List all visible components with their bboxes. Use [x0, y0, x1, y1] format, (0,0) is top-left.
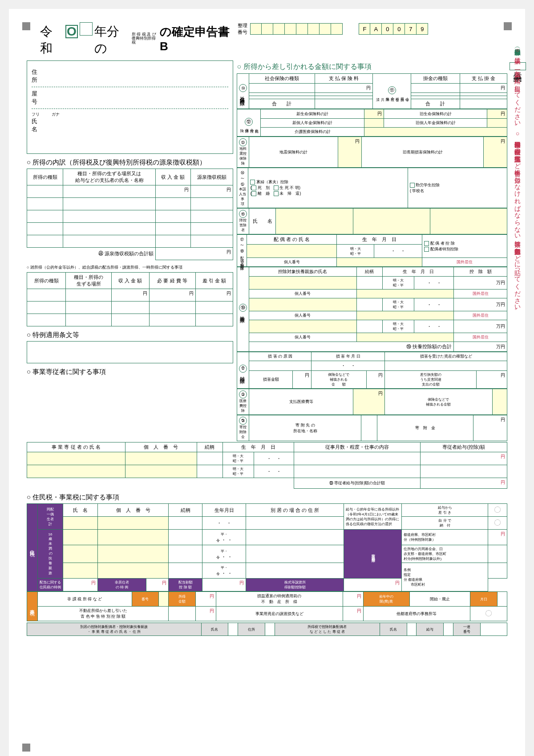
- r17-table[interactable]: ⑰ 〜 ⑱配 偶 者（特別）控除 配 偶 者 の 氏 名生 年 月 日 配 偶 …: [237, 234, 507, 267]
- family-employee-table[interactable]: 事 業 専 従 者 の 氏 名個 人 番 号続柄生 年 月 日従事月数・程度・仕…: [27, 442, 507, 489]
- misc-income-table[interactable]: 所得の種類種目・所得の 生ずる場所収 入 金 額必 要 経 費 等差 引 金 額…: [27, 272, 233, 326]
- business-tax-table[interactable]: 事業税 非 課 税 所 得 な ど番号 所得 金額円 損益通算の特例適用前の 不…: [27, 591, 507, 621]
- sec4-heading: ○ 事業専従者に関する事項: [27, 368, 233, 376]
- r22-table[interactable]: ㉒雑損控除 損 害 の 原 因損 害 年 月 日損害を受けた資産の種類など ・ …: [237, 352, 507, 389]
- sec3-heading: ○ 特例適用条文等: [27, 331, 233, 339]
- r14-table[interactable]: ⑭ 〜 ⑮本該 人当 事 項 寡婦（寡夫）控除 ( 死 別 生 死 不 明) (…: [237, 168, 507, 208]
- form-id-boxes: FA0079: [359, 23, 428, 35]
- side-note: （令和元年分以降用） ○第二表は、第一表と一緒に提出してください。○国民年金保険…: [513, 44, 522, 734]
- r19-table[interactable]: ⑲扶養控除 控除対象扶養親族の氏名続柄生 年 月 日控 除 額 明・大 昭・平・…: [237, 267, 507, 352]
- address-block[interactable]: 住 所 屋 号 フリ ガナ氏 名: [27, 60, 233, 154]
- sec5-heading: ○ 住民税・事業税に関する事項: [27, 493, 507, 502]
- residence-tax-table[interactable]: 住民税 同配 一偶 生者 計 氏 名個 人 番 号続柄生年月日別 居 の 場 合…: [27, 503, 507, 591]
- special-provisions[interactable]: [27, 341, 233, 363]
- sec2-heading: ○ 雑所得（公的年金等以外）、総合課税の配当所得・譲渡所得、一時所得に関する事項: [27, 265, 233, 270]
- deductions-heading: ○ 所得から差し引かれる金額に関する事項: [237, 62, 507, 72]
- sec1-heading: ○ 所得の内訳（所得税及び復興特別所得税の源泉徴収税額）: [27, 158, 233, 167]
- seiri-label: 整理 番号: [238, 22, 247, 36]
- r24-table[interactable]: ㉔寄控 附除 金 寄 附 先 の 所在地・名称寄 附 金円: [237, 415, 507, 441]
- seiri-boxes[interactable]: [250, 23, 343, 35]
- bottom-row-table[interactable]: 別居の控除対象配偶者・控除対象扶養親族 ・ 事 業 専 従 者 の 氏 名 ・ …: [27, 623, 507, 636]
- r12-table[interactable]: ⑫生料 命控 保除 険 新生命保険料の計円旧生命保険料の計円 新個人年金保険料の…: [237, 109, 507, 137]
- r23-table[interactable]: ㉓医療 費控 除 支払医療費等円保険金などで 補填される金額: [237, 389, 507, 415]
- income-breakdown-table[interactable]: 所得の種類種目・所得の生ずる場所又は 給与などの支払者の氏名・名称収 入 金 額…: [27, 169, 233, 260]
- r10-11-table[interactable]: ⑩社会保険料控除 社会保険の種類支 払 保 険 料 ⑪小等 規掛 模金 企控 業…: [237, 73, 507, 109]
- r16-table[interactable]: ⑯障控 害除 者 氏 名: [237, 208, 507, 234]
- r13-table[interactable]: ⑬地料 震控 保除 険 地震保険料の計円旧長期損害保険料の計円: [237, 137, 507, 168]
- era-mark: O: [65, 25, 78, 38]
- form-title: 令和 O 年分の 所 得 税 及 び復興特別所得税 の確定申告書B: [40, 22, 233, 57]
- year-box[interactable]: [80, 22, 92, 36]
